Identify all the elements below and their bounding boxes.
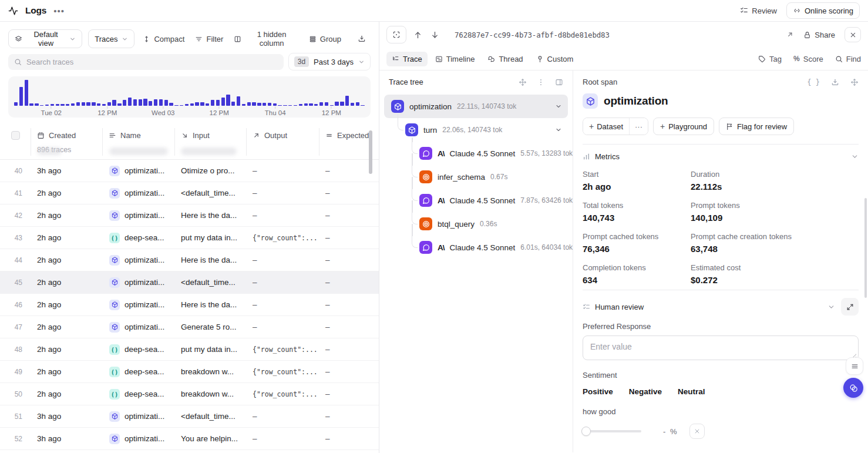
table-row[interactable]: 48 2h ago () deep-sea... put my data in.…	[0, 338, 379, 361]
side-menu-button[interactable]	[846, 357, 863, 375]
tab-trace[interactable]: Trace	[386, 52, 428, 66]
trace-tree-node[interactable]: A\ Claude 4.5 Sonnet 5.57s, 13283 tok	[384, 142, 568, 165]
table-row[interactable]: 49 2h ago () deep-sea... breakdown w... …	[0, 361, 379, 383]
add-to-playground-button[interactable]: + Playground	[653, 118, 714, 135]
previous-trace-button[interactable]	[412, 29, 423, 41]
table-row[interactable]: 40 3h ago () optimizati... Otimize o pro…	[0, 160, 379, 182]
percent-icon: %	[793, 55, 800, 63]
close-panel-button[interactable]	[845, 27, 861, 42]
trace-histogram[interactable]: Tue 02 12 PM Wed 03 12 PM Thu 04	[8, 76, 371, 118]
chevron-down-icon[interactable]	[555, 103, 562, 110]
sentiment-option-button[interactable]: Negative	[629, 387, 662, 396]
trace-tree-node[interactable]: A\ Claude 4.5 Sonnet 6.01s, 64034 tok	[384, 236, 568, 259]
trace-tree-node[interactable]: infer_schema 0.67s	[384, 165, 568, 189]
metrics-section-header[interactable]: Metrics	[583, 152, 859, 161]
search-traces-box[interactable]	[8, 54, 284, 70]
trace-tree-node[interactable]: A\ Claude 4.5 Sonnet 7.87s, 63426 tok	[384, 189, 568, 212]
share-button[interactable]: Share	[803, 31, 835, 39]
table-row[interactable]: 47 2h ago () optimizati... Generate 5 ro…	[0, 316, 379, 338]
traces-select[interactable]: Traces	[88, 29, 134, 48]
table-row[interactable]: 51 3h ago () optimizati... <default_time…	[0, 405, 379, 428]
review-button[interactable]: Review	[740, 6, 777, 15]
add-to-dataset-button[interactable]: +Dataset	[583, 118, 629, 135]
name-cell: () optimizati...	[102, 300, 174, 310]
kebab-menu-icon[interactable]	[537, 78, 545, 86]
search-traces-input[interactable]	[26, 58, 278, 66]
trace-tree-node[interactable]: optimization 22.11s, 140743 tok	[384, 95, 568, 118]
table-row[interactable]: 43 2h ago () deep-sea... put my data in.…	[0, 227, 379, 249]
export-button[interactable]	[355, 35, 371, 43]
expand-review-button[interactable]	[841, 298, 859, 316]
find-button[interactable]: Find	[835, 55, 861, 63]
human-review-section-header[interactable]: Human review	[583, 298, 859, 316]
preferred-response-input[interactable]	[583, 335, 859, 360]
table-row[interactable]: 42 2h ago () optimizati... Here is the d…	[0, 204, 379, 227]
table-row[interactable]: 46 2h ago () optimizati... Here is the d…	[0, 294, 379, 316]
chevron-down-icon[interactable]	[827, 303, 835, 311]
view-select[interactable]: Default view	[8, 29, 82, 48]
chevron-down-icon[interactable]	[851, 153, 859, 160]
output-cell: –	[246, 323, 319, 331]
metric-label: Prompt cache creation tokens	[691, 232, 859, 241]
input-cell: Otimize o pro...	[174, 166, 246, 175]
filter-label: Filter	[206, 35, 223, 43]
trace-name: optimizati...	[125, 256, 164, 264]
page-menu-icon[interactable]: •••	[53, 6, 65, 16]
expected-cell: –	[319, 189, 379, 197]
select-all-checkbox[interactable]	[11, 131, 20, 140]
sentiment-option-button[interactable]: Neutral	[678, 387, 705, 396]
dataset-button-group: +Dataset ···	[583, 118, 648, 135]
created-cell: 2h ago	[31, 233, 102, 242]
sentiment-option-button[interactable]: Positive	[583, 387, 613, 396]
open-in-new-icon[interactable]	[786, 31, 794, 39]
span-name: Claude 4.5 Sonnet	[450, 196, 516, 205]
date-range-select[interactable]: 3d Past 3 days	[288, 53, 371, 71]
help-chat-button[interactable]	[843, 378, 863, 398]
how-good-slider[interactable]	[583, 427, 641, 436]
flag-for-review-button[interactable]: Flag for review	[719, 118, 794, 135]
column-header-created[interactable]: Created	[31, 131, 102, 140]
tab-thread[interactable]: Thread	[482, 52, 528, 66]
next-trace-button[interactable]	[429, 29, 440, 41]
output-cell: –	[246, 412, 319, 421]
slider-thumb[interactable]	[581, 427, 591, 436]
trace-tree-node[interactable]: btql_query 0.36s	[384, 212, 568, 236]
focus-span-button[interactable]	[386, 26, 406, 43]
move-icon[interactable]	[850, 78, 859, 86]
dataset-more-button[interactable]: ···	[629, 118, 648, 135]
table-row[interactable]: 52 3h ago () optimizati... You are helpi…	[0, 428, 379, 450]
detail-scrollbar[interactable]	[864, 198, 867, 298]
online-scoring-button[interactable]: Online scoring	[786, 2, 860, 19]
score-button[interactable]: % Score	[793, 55, 823, 63]
trace-tree-node[interactable]: turn 22.06s, 140743 tok	[384, 118, 568, 142]
column-header-name[interactable]: Name	[102, 131, 174, 140]
table-scrollbar[interactable]	[369, 130, 372, 174]
checklist-icon	[583, 303, 590, 311]
row-number: 40	[0, 167, 31, 175]
compact-button[interactable]: Compact	[140, 35, 187, 43]
filter-button[interactable]: Filter	[193, 35, 226, 43]
output-cell: –	[246, 434, 319, 443]
group-button[interactable]: Group	[307, 35, 344, 43]
metric-value: 63,748	[691, 244, 859, 254]
broadcast-icon	[793, 6, 801, 15]
collapse-panel-icon[interactable]	[555, 78, 563, 86]
column-header-output[interactable]: Output	[246, 131, 319, 140]
name-cell: () optimizati...	[102, 434, 174, 444]
download-icon[interactable]	[831, 78, 839, 86]
json-view-icon[interactable]: { }	[807, 78, 820, 86]
table-row[interactable]: 45 2h ago () optimizati... <default_time…	[0, 271, 379, 294]
table-row[interactable]: 44 2h ago () optimizati... Here is the d…	[0, 249, 379, 271]
hidden-column-button[interactable]: 1 hidden column	[231, 30, 301, 48]
chevron-down-icon[interactable]	[555, 126, 562, 133]
column-header-input[interactable]: Input	[174, 131, 246, 140]
tag-button[interactable]: Tag	[758, 55, 782, 63]
clear-score-button[interactable]	[689, 424, 705, 439]
histogram-bar	[56, 104, 59, 106]
table-row[interactable]: 41 2h ago () optimizati... <default_time…	[0, 182, 379, 204]
table-row[interactable]: 50 2h ago () deep-sea... breakdown w... …	[0, 383, 379, 405]
move-icon[interactable]	[519, 78, 527, 86]
tab-timeline[interactable]: Timeline	[430, 52, 480, 66]
sentiment-label: Sentiment	[583, 371, 859, 380]
tab-custom[interactable]: Custom	[531, 52, 579, 66]
